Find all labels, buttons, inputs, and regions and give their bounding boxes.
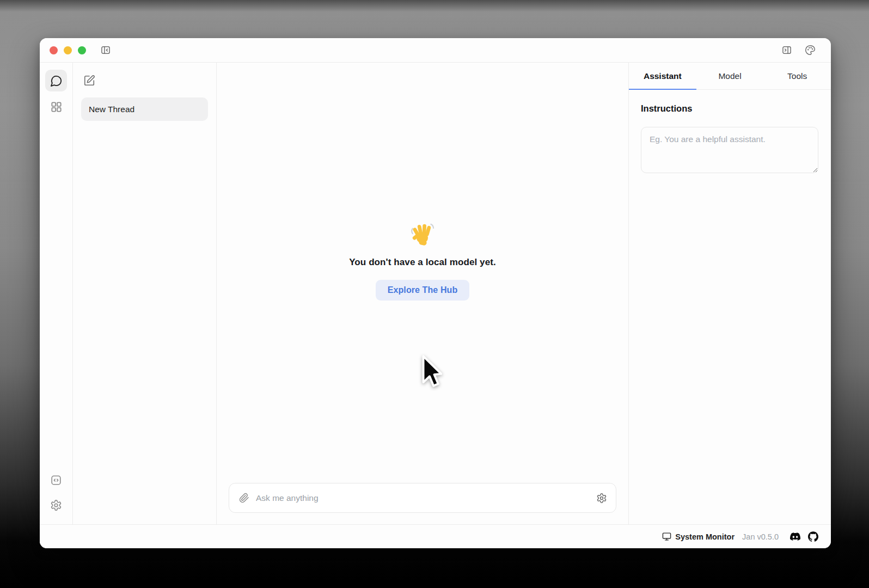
thread-title: New Thread — [89, 105, 134, 114]
left-rail — [40, 63, 73, 524]
panel-left-collapse-icon[interactable] — [100, 45, 111, 56]
window-content: New Thread — [40, 63, 831, 524]
traffic-lights — [50, 46, 86, 54]
new-thread-compose-button[interactable] — [83, 75, 95, 87]
statusbar: System Monitor Jan v0.5.0 — [40, 524, 831, 548]
minimize-window-button[interactable] — [64, 46, 72, 54]
paperclip-icon[interactable] — [239, 493, 249, 503]
app-version-label: Jan v0.5.0 — [742, 532, 779, 541]
github-icon[interactable] — [808, 531, 818, 542]
palette-icon[interactable] — [805, 45, 816, 56]
app-window: New Thread — [40, 38, 831, 548]
close-window-button[interactable] — [50, 46, 58, 54]
local-api-server-button[interactable] — [50, 474, 62, 486]
empty-state: You don't have a local model yet. Explor… — [217, 222, 628, 301]
sidebar-item-hub[interactable] — [45, 96, 67, 118]
tab-tools[interactable]: Tools — [763, 63, 831, 89]
hub-grid-icon — [50, 101, 63, 113]
instructions-heading: Instructions — [641, 103, 818, 114]
panel-right-toggle-icon[interactable] — [781, 45, 792, 56]
tab-assistant[interactable]: Assistant — [629, 63, 696, 89]
chat-message-input[interactable] — [256, 493, 596, 503]
system-monitor-label: System Monitor — [675, 532, 735, 541]
sidebar-item-threads[interactable] — [45, 70, 67, 91]
main-chat-area: You don't have a local model yet. Explor… — [217, 63, 629, 524]
waving-hand-emoji — [410, 222, 435, 247]
system-monitor-toggle[interactable]: System Monitor — [662, 532, 735, 541]
explore-hub-button[interactable]: Explore The Hub — [376, 280, 470, 301]
assistant-tab-body: Instructions — [629, 90, 831, 175]
code-square-icon — [50, 474, 62, 486]
right-panel-tabs: Assistant Model Tools — [629, 63, 831, 90]
monitor-icon — [662, 532, 671, 541]
settings-gear-icon — [50, 499, 62, 511]
chat-bubble-icon — [50, 75, 63, 87]
tab-model[interactable]: Model — [696, 63, 764, 89]
settings-button[interactable] — [50, 499, 62, 511]
right-panel: Assistant Model Tools Instructions — [629, 63, 831, 524]
empty-state-message: You don't have a local model yet. — [349, 257, 496, 268]
inference-settings-gear-icon[interactable] — [596, 493, 607, 504]
thread-list-panel: New Thread — [73, 63, 217, 524]
discord-icon[interactable] — [790, 531, 800, 542]
thread-list-item[interactable]: New Thread — [81, 97, 208, 121]
compose-edit-icon — [83, 75, 95, 87]
titlebar — [40, 38, 831, 63]
zoom-window-button[interactable] — [78, 46, 86, 54]
desktop-backdrop: { "titlebar": { "traffic_lights": { "clo… — [0, 0, 869, 588]
instructions-textarea[interactable] — [641, 127, 818, 173]
chat-input-bar — [229, 483, 616, 513]
